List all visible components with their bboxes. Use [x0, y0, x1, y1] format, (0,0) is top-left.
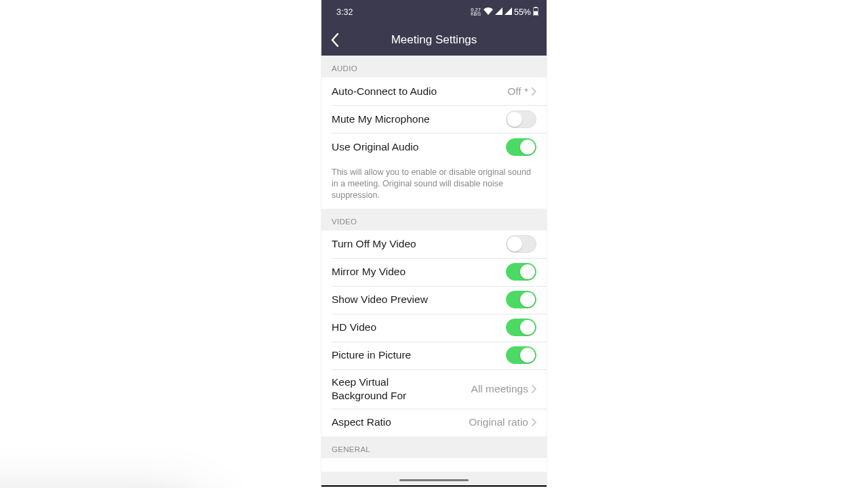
- row-label: Show Video Preview: [332, 287, 428, 312]
- row-hd-video: HD Video: [321, 314, 547, 342]
- chevron-right-icon: [532, 87, 536, 96]
- signal-icon: [495, 7, 502, 17]
- row-label: Turn Off My Video: [332, 231, 416, 256]
- row-value: Original ratio: [469, 416, 528, 428]
- toggle-original-audio[interactable]: [506, 138, 536, 156]
- original-audio-description: This will allow you to enable or disable…: [321, 161, 547, 209]
- row-label: HD Video: [332, 314, 376, 340]
- row-original-audio: Use Original Audio: [321, 133, 547, 161]
- section-header-audio: AUDIO: [321, 56, 547, 77]
- row-value: All meetings: [471, 383, 528, 395]
- row-label: Picture in Picture: [332, 342, 411, 367]
- chevron-left-icon: [331, 33, 339, 47]
- bottom-bar: [321, 485, 547, 487]
- chevron-right-icon: [532, 418, 536, 426]
- phone-frame: 3:32 0.27 KB/S 55% Meeting Se: [321, 0, 547, 487]
- row-virtual-background[interactable]: Keep Virtual Background For All meetings: [321, 369, 547, 409]
- row-mute-microphone: Mute My Microphone: [321, 105, 547, 133]
- row-turn-off-video: Turn Off My Video: [321, 230, 547, 258]
- toggle-picture-in-picture[interactable]: [506, 346, 536, 364]
- home-indicator[interactable]: [399, 479, 469, 482]
- network-speed: 0.27 KB/S: [471, 7, 481, 17]
- battery-icon: [533, 7, 538, 18]
- battery-percent: 55%: [514, 7, 531, 17]
- row-aspect-ratio[interactable]: Aspect Ratio Original ratio: [321, 409, 547, 436]
- row-video-preview: Show Video Preview: [321, 286, 547, 314]
- row-mirror-video: Mirror My Video: [321, 258, 547, 286]
- row-label: Mirror My Video: [332, 259, 406, 284]
- chevron-right-icon: [532, 385, 536, 393]
- row-label: Auto-Connect to Audio: [332, 79, 437, 104]
- back-button[interactable]: [321, 24, 350, 56]
- row-auto-connect-audio[interactable]: Auto-Connect to Audio Off *: [321, 77, 547, 105]
- toggle-mute-microphone[interactable]: [506, 110, 536, 128]
- toggle-turn-off-video[interactable]: [506, 235, 536, 253]
- row-label: Use Original Audio: [332, 134, 418, 159]
- status-time: 3:32: [336, 7, 353, 17]
- row-label: Keep Virtual Background For: [332, 369, 447, 408]
- toggle-hd-video[interactable]: [506, 319, 536, 336]
- status-bar: 3:32 0.27 KB/S 55%: [321, 0, 547, 24]
- row-picture-in-picture: Picture in Picture: [321, 342, 547, 369]
- svg-rect-2: [534, 11, 538, 15]
- row-label: Aspect Ratio: [332, 409, 391, 434]
- wifi-icon: [484, 7, 493, 17]
- settings-content: AUDIO Auto-Connect to Audio Off * Mute M…: [321, 56, 547, 487]
- section-header-general: GENERAL: [321, 436, 547, 458]
- toggle-mirror-video[interactable]: [506, 263, 536, 281]
- row-label: Mute My Microphone: [332, 106, 430, 131]
- section-header-video: VIDEO: [321, 209, 547, 230]
- app-bar: Meeting Settings: [321, 24, 547, 56]
- signal-icon-2: [505, 7, 512, 17]
- toggle-video-preview[interactable]: [506, 291, 536, 308]
- row-value: Off *: [507, 85, 528, 98]
- page-title: Meeting Settings: [391, 33, 477, 47]
